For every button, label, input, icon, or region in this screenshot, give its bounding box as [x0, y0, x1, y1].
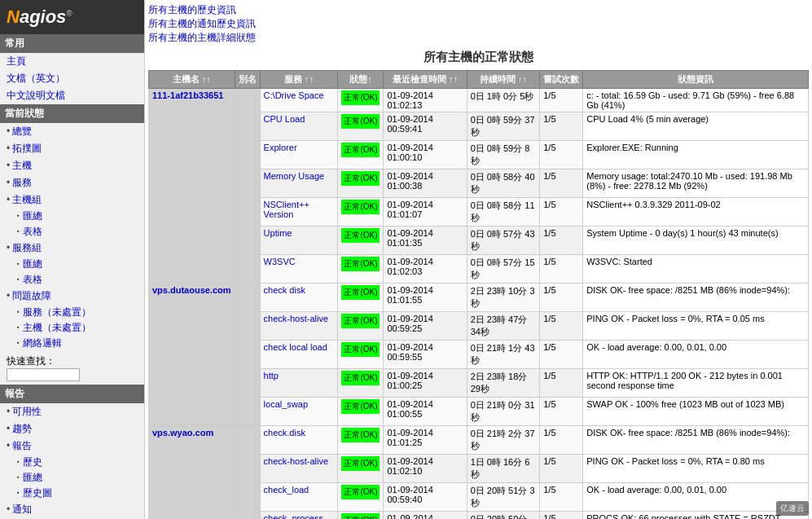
service-cell: NSClient++ Version [260, 198, 338, 227]
sidebar-item-host[interactable]: •主機 [0, 157, 144, 174]
top-link-notify-history[interactable]: 所有主機的通知歷史資訊 [148, 17, 809, 31]
host-link[interactable]: vps.dutaouse.com [152, 285, 231, 295]
service-link[interactable]: NSClient++ Version [264, 200, 309, 219]
col-hostname[interactable]: 主機名 ↑↑ [149, 71, 235, 89]
col-status[interactable]: 狀態↑ [338, 71, 384, 89]
sidebar: Nagios® 常用 主頁 文檔（英文） 中文說明文檔 當前狀態 •總覽 •拓撲… [0, 0, 145, 519]
sidebar-item-docs-en[interactable]: 文檔（英文） [0, 70, 144, 87]
info-cell: PING OK - Packet loss = 0%, RTA = 0.80 m… [583, 455, 809, 483]
col-duration[interactable]: 持續時間 ↑↑ [467, 71, 540, 89]
sidebar-item-topology[interactable]: •拓撲圖 [0, 140, 144, 157]
sidebar-item-docs-zh[interactable]: 中文說明文檔 [0, 87, 144, 104]
sidebar-item-problems[interactable]: •問題故障 [0, 288, 144, 305]
section-title-report: 報告 [0, 385, 144, 403]
info-cell: System Uptime - 0 day(s) 1 hour(s) 43 mi… [583, 227, 809, 255]
last-check-cell: 01-09-2014 01:01:07 [384, 198, 467, 227]
col-info[interactable]: 狀態資訊 [583, 71, 809, 89]
sidebar-item-report[interactable]: •報告 [0, 438, 144, 455]
table-row: 111-1af21b33651C:\Drive Space正常(OK)01-09… [149, 89, 809, 112]
sidebar-item-availability[interactable]: •可用性 [0, 403, 144, 420]
search-input[interactable] [7, 368, 80, 381]
sidebar-item-servicegroup[interactable]: •服務組 [0, 240, 144, 257]
last-check-cell: 01-09-2014 01:00:38 [384, 169, 467, 198]
col-alias[interactable]: 別名 [235, 71, 260, 89]
service-link[interactable]: check-host-alive [264, 314, 328, 323]
duration-cell: 0日 0時 59分 37秒 [467, 112, 540, 141]
service-link[interactable]: W3SVC [264, 257, 296, 266]
duration-cell: 0日 21時 2分 37秒 [467, 426, 540, 455]
col-attempts[interactable]: 嘗試次數 [540, 71, 583, 89]
sidebar-item-trends[interactable]: •趨勢 [0, 420, 144, 438]
service-link[interactable]: check_process [264, 513, 323, 519]
sidebar-item-servicegroup-table[interactable]: ・表格 [0, 272, 144, 288]
section-title-status: 當前狀態 [0, 104, 144, 123]
sidebar-item-network-logic[interactable]: ・網絡邏輯 [0, 336, 144, 351]
service-link[interactable]: Uptime [264, 228, 292, 238]
service-link[interactable]: Explorer [264, 143, 297, 152]
top-links: 所有主機的歷史資訊 所有主機的通知歷史資訊 所有主機的主機詳細狀態 [148, 3, 809, 45]
sidebar-item-servicegroup-summary[interactable]: ・匯總 [0, 257, 144, 272]
attempts-cell: 1/5 [540, 89, 583, 112]
service-link[interactable]: C:\Drive Space [264, 90, 324, 100]
service-cell: W3SVC [260, 255, 338, 284]
duration-cell: 0日 20時 50分 33秒 [467, 512, 540, 520]
main-content: 所有主機的歷史資訊 所有主機的通知歷史資訊 所有主機的主機詳細狀態 所有主機的正… [145, 0, 812, 519]
sidebar-item-service[interactable]: •服務 [0, 174, 144, 191]
sidebar-item-host-unhandled[interactable]: ・主機（未處置） [0, 320, 144, 336]
top-link-history[interactable]: 所有主機的歷史資訊 [148, 3, 809, 17]
col-service[interactable]: 服務 ↑↑ [260, 71, 338, 89]
info-cell: OK - load average: 0.00, 0.01, 0.00 [583, 341, 809, 369]
duration-cell: 2日 23時 47分 34秒 [467, 312, 540, 341]
table-row: vps.dutaouse.comcheck disk正常(OK)01-09-20… [149, 284, 809, 312]
duration-cell: 0日 20時 51分 3秒 [467, 483, 540, 512]
attempts-cell: 1/5 [540, 341, 583, 369]
col-last-check[interactable]: 最近檢查時間 ↑↑ [384, 71, 467, 89]
info-cell: DISK OK- free space: /8251 MB (86% inode… [583, 426, 809, 455]
sidebar-item-history[interactable]: ・歷史 [0, 455, 144, 470]
service-link[interactable]: check.disk [264, 428, 305, 438]
attempts-cell: 1/5 [540, 141, 583, 169]
sidebar-item-report-summary[interactable]: ・匯總 [0, 470, 144, 486]
host-link[interactable]: 111-1af21b33651 [152, 90, 223, 100]
status-cell: 正常(OK) [338, 141, 384, 169]
status-cell: 正常(OK) [338, 255, 384, 284]
sidebar-item-history-chart[interactable]: ・歷史圖 [0, 486, 144, 501]
info-cell: SWAP OK - 100% free (1023 MB out of 1023… [583, 398, 809, 426]
service-link[interactable]: check_load [264, 485, 309, 495]
duration-cell: 0日 0時 59分 8秒 [467, 141, 540, 169]
status-cell: 正常(OK) [338, 312, 384, 341]
sidebar-item-hostgroup-summary[interactable]: ・匯總 [0, 209, 144, 224]
sidebar-item-notification[interactable]: •通知 [0, 501, 144, 518]
sidebar-item-hostgroup[interactable]: •主機組 [0, 191, 144, 209]
attempts-cell: 1/5 [540, 483, 583, 512]
service-cell: check-host-alive [260, 312, 338, 341]
service-link[interactable]: CPU Load [264, 114, 305, 124]
status-cell: 正常(OK) [338, 483, 384, 512]
status-cell: 正常(OK) [338, 89, 384, 112]
service-link[interactable]: Memory Usage [264, 171, 325, 181]
service-cell: CPU Load [260, 112, 338, 141]
duration-cell: 2日 23時 18分 29秒 [467, 369, 540, 398]
status-cell: 正常(OK) [338, 341, 384, 369]
service-link[interactable]: local_swap [264, 399, 308, 409]
duration-cell: 0日 0時 58分 11秒 [467, 198, 540, 227]
status-cell: 正常(OK) [338, 284, 384, 312]
last-check-cell: 01-09-2014 01:00:10 [384, 141, 467, 169]
service-link[interactable]: check disk [264, 285, 305, 295]
host-link[interactable]: vps.wyao.com [152, 428, 213, 438]
service-link[interactable]: check-host-alive [264, 456, 328, 466]
sidebar-item-home[interactable]: 主頁 [0, 53, 144, 70]
duration-cell: 0日 21時 0分 31秒 [467, 398, 540, 426]
info-cell: OK - load average: 0.00, 0.01, 0.00 [583, 483, 809, 512]
watermark: 亿速云 [776, 501, 809, 516]
sidebar-item-service-unhandled[interactable]: ・服務（未處置） [0, 305, 144, 320]
service-link[interactable]: check local load [264, 342, 327, 352]
last-check-cell: 01-09-2014 01:00:55 [384, 398, 467, 426]
host-name-cell: 111-1af21b33651 [149, 89, 235, 284]
service-cell: check-host-alive [260, 455, 338, 483]
last-check-cell: 01-09-2014 00:59:25 [384, 312, 467, 341]
top-link-host-detail[interactable]: 所有主機的主機詳細狀態 [148, 31, 809, 45]
sidebar-item-hostgroup-table[interactable]: ・表格 [0, 224, 144, 240]
service-link[interactable]: http [264, 371, 279, 380]
sidebar-item-overview[interactable]: •總覽 [0, 123, 144, 140]
